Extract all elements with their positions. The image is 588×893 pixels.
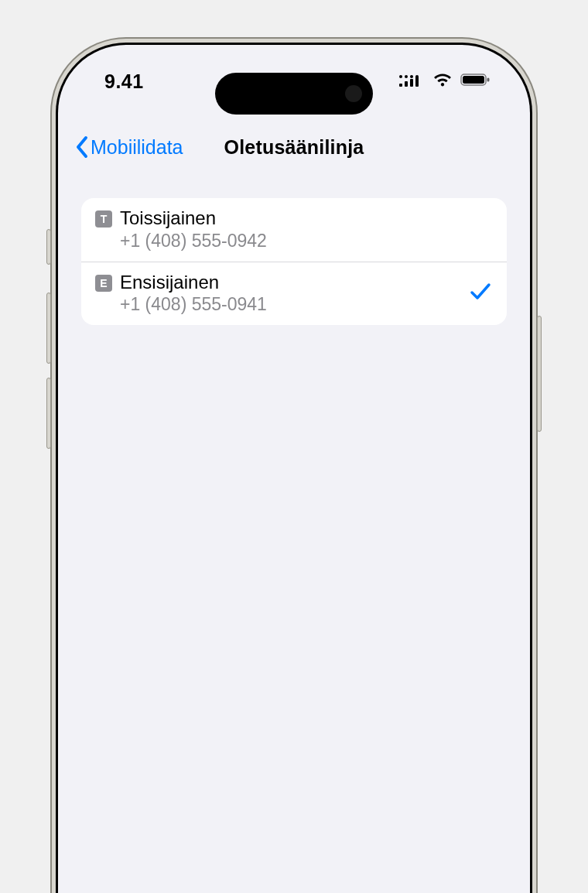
- chevron-left-icon: [75, 135, 89, 159]
- screen: 9.41: [63, 50, 525, 893]
- back-button[interactable]: Mobiilidata: [75, 124, 183, 170]
- status-bar: 9.41: [63, 50, 525, 124]
- svg-rect-10: [487, 78, 490, 82]
- side-button: [537, 316, 542, 432]
- page-title: Oletusäänilinja: [224, 136, 364, 159]
- battery-icon: [460, 72, 491, 91]
- nav-bar: Mobiilidata Oletusäänilinja: [63, 124, 525, 170]
- line-number: +1 (408) 555-0942: [120, 230, 491, 252]
- dual-sim-signal-icon: [398, 72, 425, 91]
- status-time: 9.41: [104, 70, 144, 93]
- mute-switch: [46, 229, 51, 265]
- line-badge: E: [95, 275, 112, 292]
- svg-rect-4: [399, 84, 402, 87]
- line-number: +1 (408) 555-0941: [120, 293, 462, 316]
- svg-rect-5: [405, 81, 408, 87]
- lines-list: T Toissijainen +1 (408) 555-0942 E Ensis…: [81, 198, 507, 325]
- line-option-secondary[interactable]: T Toissijainen +1 (408) 555-0942: [81, 198, 507, 262]
- svg-rect-7: [415, 77, 419, 87]
- volume-down-button: [46, 378, 51, 449]
- line-option-primary[interactable]: E Ensisijainen +1 (408) 555-0941: [81, 262, 507, 326]
- svg-rect-6: [410, 79, 413, 87]
- volume-up-button: [46, 293, 51, 364]
- line-label: Ensisijainen: [120, 272, 462, 294]
- line-badge: T: [95, 210, 112, 228]
- svg-point-1: [405, 75, 408, 78]
- back-label: Mobiilidata: [91, 136, 183, 159]
- line-text: Toissijainen +1 (408) 555-0942: [120, 207, 491, 252]
- line-label: Toissijainen: [120, 207, 491, 230]
- status-indicators: [398, 72, 491, 91]
- svg-point-0: [399, 75, 402, 78]
- svg-point-2: [410, 75, 413, 78]
- phone-frame: 9.41: [58, 45, 530, 893]
- wifi-icon: [432, 72, 453, 91]
- svg-rect-9: [463, 76, 484, 84]
- line-text: Ensisijainen +1 (408) 555-0941: [120, 272, 462, 316]
- checkmark-icon: [470, 282, 491, 305]
